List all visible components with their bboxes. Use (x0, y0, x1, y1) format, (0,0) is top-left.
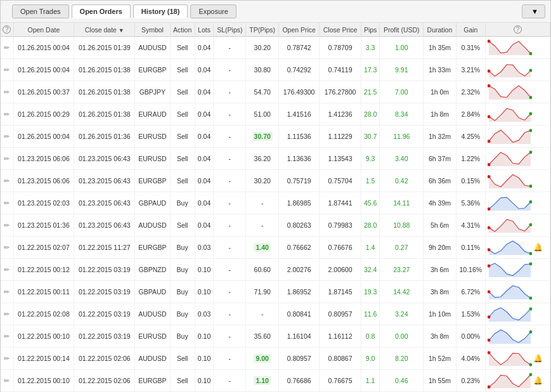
edit-cell[interactable]: ✏ (1, 370, 13, 392)
action-cell: Buy (170, 237, 195, 259)
sparkline-svg (488, 194, 532, 212)
gain-cell: 0.11% (456, 237, 485, 259)
close-price-cell: 1.16112 (320, 325, 361, 348)
close-date-cell: 01.22.2015 03:19 (74, 303, 135, 325)
chart-cell: 🔔 (486, 370, 550, 391)
action-cell: Sell (170, 59, 195, 81)
duration-cell: 1h 55m (424, 370, 457, 392)
gain-cell: 0.15% (456, 170, 485, 192)
pips-cell: 21.5 (361, 81, 380, 103)
bell-icon: 🔔 (533, 376, 543, 385)
duration-cell: 9h 20m (424, 237, 457, 259)
open-price-cell: 0.80263 (279, 214, 320, 237)
symbol-cell: EURGBP (135, 237, 170, 259)
tp-cell: 60.60 (246, 259, 279, 281)
trading-activity-container: Open Trades Open Orders History (18) Exp… (0, 0, 551, 392)
chart-info-icon[interactable]: ? (514, 25, 522, 34)
svg-marker-42 (489, 353, 531, 366)
edit-cell[interactable]: ✏ (1, 148, 13, 170)
header: Open Trades Open Orders History (18) Exp… (1, 1, 550, 23)
gain-cell: 6.72% (456, 281, 485, 303)
close-date-cell: 01.26.2015 01:38 (74, 81, 135, 103)
symbol-cell: EURGBP (135, 59, 170, 81)
chart-cell (486, 126, 550, 147)
tab-open-orders[interactable]: Open Orders (72, 4, 131, 18)
tab-history[interactable]: History (18) (133, 4, 188, 18)
close-date-cell: 01.26.2015 01:39 (74, 37, 135, 59)
tp-cell: 35.60 (246, 325, 279, 348)
pips-cell: 3.3 (361, 37, 380, 59)
profit-cell: 10.88 (380, 214, 424, 237)
table-row: ✏ 01.23.2015 06:06 01.23.2015 06:43 EURG… (1, 170, 550, 192)
edit-cell[interactable]: ✏ (1, 192, 13, 214)
edit-cell[interactable]: ✏ (1, 37, 13, 59)
sparkline-svg (488, 105, 532, 123)
close-date-cell: 01.22.2015 02:06 (74, 348, 135, 370)
close-price-cell: 2.00600 (320, 259, 361, 281)
action-cell: Buy (170, 192, 195, 214)
col-close-date[interactable]: Close date ▼ (74, 23, 135, 37)
duration-cell: 5h 6m (424, 214, 457, 237)
open-price-cell: 0.74292 (279, 59, 320, 81)
profit-cell: 11.96 (380, 126, 424, 148)
symbol-cell: AUDUSD (135, 214, 170, 237)
edit-cell[interactable]: ✏ (1, 303, 13, 325)
edit-cell[interactable]: ✏ (1, 59, 13, 81)
edit-cell[interactable]: ✏ (1, 348, 13, 370)
table-row: ✏ 01.22.2015 00:10 01.22.2015 03:19 EURU… (1, 325, 550, 348)
action-cell: Sell (170, 37, 195, 59)
action-cell: Buy (170, 259, 195, 281)
pips-cell: 17.3 (361, 59, 380, 81)
col-open-date[interactable]: Open Date (13, 23, 74, 37)
filter-button[interactable]: ▼ (522, 4, 545, 18)
info-icon[interactable]: ? (3, 25, 11, 34)
open-price-cell: 1.86952 (279, 281, 320, 303)
lots-cell: 0.04 (195, 148, 214, 170)
open-price-cell: 176.49300 (279, 81, 320, 103)
open-date-cell: 01.23.2015 06:06 (13, 148, 74, 170)
table-row: ✏ 01.23.2015 02:03 01.23.2015 06:43 GBPA… (1, 192, 550, 214)
pips-cell: 32.4 (361, 259, 380, 281)
sparkline-svg (488, 305, 532, 323)
profit-cell: 1.00 (380, 37, 424, 59)
duration-cell: 1h 35m (424, 37, 457, 59)
close-date-cell: 01.26.2015 01:38 (74, 103, 135, 126)
chart-cell (486, 148, 550, 169)
tab-open-trades[interactable]: Open Trades (12, 4, 69, 18)
edit-cell[interactable]: ✏ (1, 237, 13, 259)
symbol-cell: GBPAUD (135, 192, 170, 214)
open-price-cell: 1.13636 (279, 148, 320, 170)
duration-cell: 1h 33m (424, 59, 457, 81)
tp-cell: - (246, 303, 279, 325)
trades-table-wrapper: ? Open Date Close date ▼ Symbol Action L… (1, 23, 550, 392)
edit-cell[interactable]: ✏ (1, 170, 13, 192)
edit-cell[interactable]: ✏ (1, 81, 13, 103)
close-price-cell: 1.41236 (320, 103, 361, 126)
chart-cell (486, 192, 550, 214)
sparkline-svg (488, 350, 532, 367)
tab-exposure[interactable]: Exposure (190, 4, 236, 18)
chart-cell (486, 325, 550, 347)
sort-arrow-icon: ▼ (119, 27, 124, 34)
duration-cell: 3h 8m (424, 325, 457, 348)
edit-cell[interactable]: ✏ (1, 281, 13, 303)
pips-cell: 19.3 (361, 281, 380, 303)
open-date-cell: 01.26.2015 00:04 (13, 126, 74, 148)
col-profit: Profit (USD) (380, 23, 424, 37)
edit-cell[interactable]: ✏ (1, 126, 13, 148)
action-cell: Sell (170, 148, 195, 170)
tp-cell: 30.70 (246, 126, 279, 148)
pips-cell: 11.6 (361, 303, 380, 325)
edit-cell[interactable]: ✏ (1, 214, 13, 237)
lots-cell: 0.03 (195, 237, 214, 259)
lots-cell: 0.04 (195, 37, 214, 59)
gain-cell: 3.21% (456, 59, 485, 81)
lots-cell: 0.10 (195, 348, 214, 370)
gain-cell: 2.32% (456, 81, 485, 103)
edit-cell[interactable]: ✏ (1, 325, 13, 348)
sparkline-svg (488, 83, 532, 101)
edit-cell[interactable]: ✏ (1, 103, 13, 126)
edit-cell[interactable]: ✏ (1, 259, 13, 281)
table-row: ✏ 01.22.2015 00:11 01.22.2015 03:19 GBPA… (1, 281, 550, 303)
close-date-cell: 01.22.2015 03:19 (74, 259, 135, 281)
